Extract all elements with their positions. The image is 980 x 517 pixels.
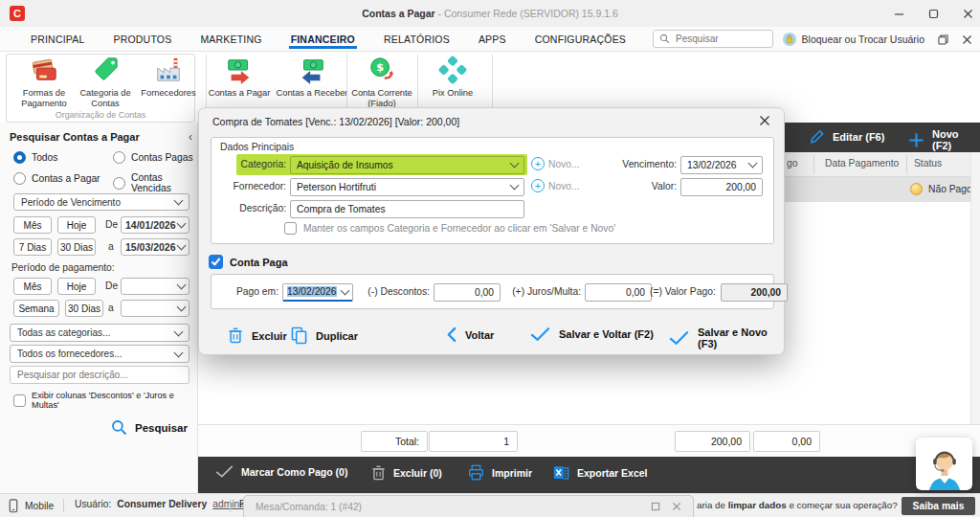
duplicar-label: Duplicar bbox=[316, 330, 358, 342]
support-chat-button[interactable] bbox=[916, 438, 972, 490]
chevron-down-icon bbox=[341, 285, 350, 295]
venc-a-date-combo[interactable]: 15/03/2026 bbox=[121, 238, 189, 256]
voltar-button[interactable]: Voltar bbox=[446, 326, 494, 343]
venc-hoje-button[interactable]: Hoje bbox=[57, 216, 96, 234]
excluir-button[interactable]: Excluir bbox=[228, 326, 287, 345]
menu-configuracoes[interactable]: CONFIGURAÇÕES bbox=[533, 29, 628, 49]
plus-icon bbox=[908, 132, 924, 148]
combo-value: Todos os fornecedores... bbox=[17, 348, 122, 359]
title-bar: C Contas a Pagar - Consumer Rede (SERVID… bbox=[0, 0, 980, 27]
fornecedores-combo[interactable]: Todos os fornecedores... bbox=[10, 345, 189, 363]
card-maximize-icon[interactable] bbox=[645, 502, 666, 511]
vencimento-combo[interactable]: 13/02/2026 bbox=[680, 156, 763, 174]
pago-em-combo[interactable]: 13/02/2026 bbox=[282, 283, 353, 302]
minimize-icon[interactable] bbox=[892, 7, 905, 20]
restore-child-icon[interactable] bbox=[938, 34, 948, 45]
descricao-search-input[interactable] bbox=[10, 366, 189, 384]
table-scrollbar[interactable] bbox=[970, 152, 980, 424]
chevron-down-icon bbox=[748, 159, 758, 169]
radio-icon bbox=[13, 172, 26, 185]
pag-a-date-combo[interactable] bbox=[121, 300, 189, 317]
salvar-voltar-button[interactable]: Salvar e Voltar (F2) bbox=[530, 326, 654, 342]
descricao-input[interactable] bbox=[290, 200, 524, 218]
editar-button[interactable]: Editar (F6) bbox=[809, 128, 884, 145]
ribbon-conta-corrente[interactable]: $ Conta Corrente (Fiado) bbox=[347, 56, 416, 108]
pag-mes-button[interactable]: Mês bbox=[13, 278, 52, 295]
imprimir-button[interactable]: Imprimir bbox=[468, 464, 532, 481]
valor-input[interactable] bbox=[680, 178, 763, 196]
menu-marketing[interactable]: MARKETING bbox=[198, 29, 263, 49]
fornecedor-combo[interactable]: Peterson Hortifruti bbox=[290, 178, 524, 196]
pag-hoje-button[interactable]: Hoje bbox=[57, 278, 96, 295]
mesa-comanda-text: Mesa/Comanda: 1 (#42) bbox=[256, 502, 645, 512]
categorias-combo[interactable]: Todas as categorias... bbox=[10, 324, 189, 342]
juros-input[interactable] bbox=[585, 283, 652, 302]
excluir-bulk-button[interactable]: Excluir (0) bbox=[371, 464, 442, 482]
radio-contas-pagas[interactable]: Contas Pagas bbox=[113, 151, 193, 164]
radio-label: Contas a Pagar bbox=[32, 173, 100, 184]
collapse-sidebar-icon[interactable]: ‹ bbox=[189, 130, 192, 144]
menu-principal[interactable]: PRINCIPAL bbox=[29, 29, 86, 49]
mobile-button[interactable]: Mobile bbox=[8, 499, 54, 513]
ribbon-contas-pagar[interactable]: Contas a Pagar bbox=[203, 56, 276, 99]
menu-apps[interactable]: APPS bbox=[477, 29, 508, 49]
descontos-input[interactable] bbox=[434, 283, 501, 302]
novo-categoria-link[interactable]: + Novo... bbox=[531, 157, 580, 170]
pag-semana-button[interactable]: Semana bbox=[13, 300, 59, 317]
global-search-input[interactable] bbox=[674, 33, 754, 45]
venc-de-date-combo[interactable]: 14/01/2026 bbox=[121, 216, 189, 234]
ribbon-formas-pagamento[interactable]: Formas de Pagamento bbox=[11, 56, 77, 108]
periodo-vencimento-combo[interactable]: Período de Vencimento bbox=[13, 193, 189, 211]
global-search-box[interactable] bbox=[653, 30, 773, 48]
ribbon-categoria-contas[interactable]: Categoria de Contas bbox=[73, 56, 138, 108]
close-icon[interactable] bbox=[961, 7, 974, 20]
salvar-novo-button[interactable]: Salvar e Novo (F3) bbox=[669, 326, 784, 349]
ribbon-pix-online[interactable]: Pix Online bbox=[418, 56, 487, 99]
pag-de-date-combo[interactable] bbox=[121, 278, 189, 295]
menu-financeiro[interactable]: FINANCEIRO bbox=[289, 29, 357, 49]
exibir-colunas-checkbox[interactable]: Exibir colunas 'Descontos' e 'Juros e Mu… bbox=[13, 391, 197, 410]
exportar-excel-button[interactable]: Exportar Excel bbox=[553, 464, 648, 481]
duplicar-button[interactable]: Duplicar bbox=[291, 326, 358, 345]
radio-contas-vencidas[interactable]: Contas Vencidas bbox=[113, 172, 197, 193]
marcar-como-pago-button[interactable]: Marcar Como Pago (0) bbox=[215, 464, 347, 479]
chevron-down-icon bbox=[174, 326, 184, 336]
pesquisar-button[interactable]: Pesquisar bbox=[111, 419, 188, 436]
menu-relatorios[interactable]: RELATÓRIOS bbox=[382, 29, 452, 49]
saiba-mais-button[interactable]: Saiba mais bbox=[902, 497, 975, 515]
mobile-label: Mobile bbox=[25, 501, 54, 511]
combo-value: Aquisição de Insumos bbox=[297, 160, 393, 170]
pagamento-group: Pago em: 13/02/2026 (-) Descontos: (+) J… bbox=[211, 274, 774, 309]
venc-mes-button[interactable]: Mês bbox=[13, 216, 52, 234]
checkbox-label: Exibir colunas 'Descontos' e 'Juros e Mu… bbox=[32, 391, 197, 410]
ribbon-contas-receber[interactable]: Contas a Receber bbox=[276, 56, 348, 99]
descontos-label: (-) Descontos: bbox=[361, 286, 430, 297]
card-close-icon[interactable] bbox=[666, 502, 687, 511]
novo-fornecedor-link[interactable]: + Novo... bbox=[531, 179, 580, 192]
venc-7dias-button[interactable]: 7 Dias bbox=[13, 238, 52, 256]
totals-row: Total: 1 200,00 0,00 bbox=[198, 424, 980, 457]
ribbon-item-label: Categoria de Contas bbox=[73, 88, 138, 108]
column-header-data-pagamento[interactable]: Data Pagamento bbox=[825, 158, 899, 169]
novo-button[interactable]: Novo (F2) bbox=[908, 128, 980, 151]
close-child-icon[interactable] bbox=[962, 34, 972, 45]
dialog-close-icon[interactable] bbox=[759, 115, 770, 128]
venc-30dias-button[interactable]: 30 Dias bbox=[57, 238, 96, 256]
copy-icon bbox=[291, 326, 307, 345]
column-header-valor-pago[interactable]: go bbox=[787, 158, 797, 169]
categoria-combo[interactable]: Aquisição de Insumos bbox=[290, 156, 524, 174]
status-text: Não Pago bbox=[928, 184, 972, 194]
combo-value: Período de Vencimento bbox=[21, 197, 121, 208]
lock-user-button[interactable]: Bloquear ou Trocar Usuário bbox=[783, 33, 924, 46]
manter-campos-checkbox[interactable]: Manter os campos Categoria e Fornecedor … bbox=[284, 222, 615, 235]
maximize-icon[interactable] bbox=[926, 7, 940, 20]
radio-contas-a-pagar[interactable]: Contas a Pagar bbox=[13, 172, 100, 185]
column-header-status[interactable]: Status bbox=[914, 158, 942, 169]
conta-paga-checkbox[interactable]: Conta Paga bbox=[209, 255, 288, 269]
pag-30dias-button[interactable]: 30 Dias bbox=[65, 300, 103, 317]
group-legend: Dados Principais bbox=[220, 142, 294, 152]
menu-produtos[interactable]: PRODUTOS bbox=[111, 29, 173, 49]
ribbon-fornecedores[interactable]: Fornecedores bbox=[136, 56, 201, 99]
plus-circle-icon: + bbox=[531, 179, 545, 192]
radio-todos[interactable]: Todos bbox=[13, 151, 57, 164]
